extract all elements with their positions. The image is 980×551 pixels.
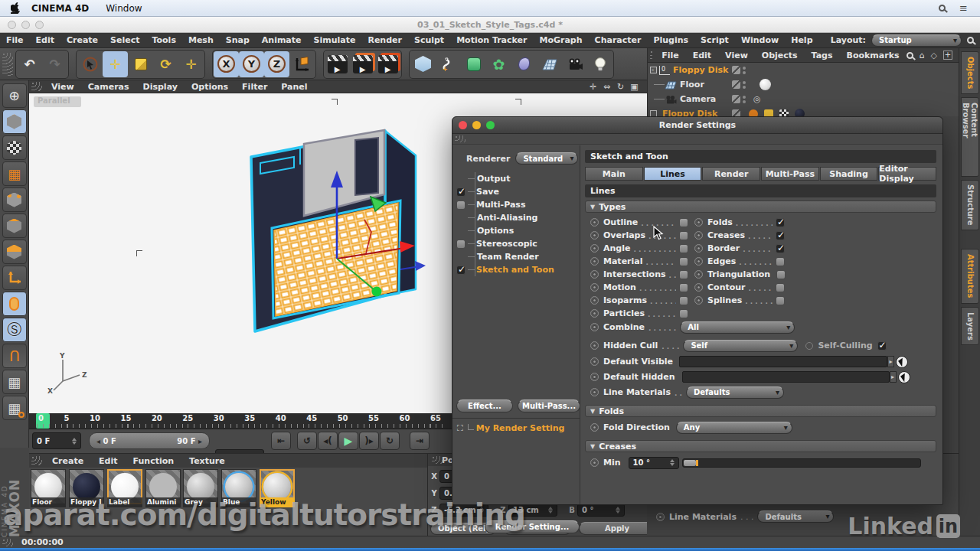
anim-dot[interactable]: [694, 244, 703, 253]
tab-main[interactable]: Main: [585, 167, 643, 181]
attr-line-materials-dropdown[interactable]: Defaults: [757, 510, 834, 523]
multipass-button[interactable]: Multi-Pass...: [518, 399, 580, 412]
floor-environment-button[interactable]: [537, 51, 562, 77]
line-materials-anim-dot[interactable]: [656, 513, 665, 521]
intersections-checkbox[interactable]: [679, 270, 688, 279]
tab-editor-display[interactable]: Editor Display: [878, 167, 936, 181]
tab-lines[interactable]: Lines: [644, 167, 702, 181]
tree-item-output[interactable]: Output: [452, 172, 580, 185]
tag-chip[interactable]: [764, 109, 773, 117]
tree-item-save[interactable]: Save: [452, 185, 580, 198]
floor-texture-tag[interactable]: [760, 79, 771, 90]
subdivision-surface-button[interactable]: [461, 51, 486, 77]
anim-dot[interactable]: [590, 283, 599, 292]
tab-shading[interactable]: Shading: [820, 167, 878, 181]
multipass-enable-checkbox[interactable]: [456, 201, 466, 210]
spotlight-search-icon[interactable]: [939, 5, 946, 11]
anim-dot[interactable]: [590, 323, 599, 331]
workplane-lock-icon[interactable]: ▦: [2, 370, 27, 394]
dialog-close-button[interactable]: [459, 121, 467, 129]
om-menu-view[interactable]: View: [718, 51, 755, 60]
anim-dot[interactable]: [590, 231, 599, 240]
add-cube-button[interactable]: [410, 51, 436, 77]
menu-help[interactable]: Help: [785, 35, 818, 45]
self-culling-anim-dot[interactable]: [805, 342, 813, 350]
tag-chip[interactable]: [749, 109, 758, 117]
vp-menu-view[interactable]: View: [44, 82, 81, 92]
scale-tool[interactable]: [128, 51, 153, 77]
editor-visibility-toggle[interactable]: [732, 66, 740, 74]
expand-toggle[interactable]: [650, 110, 657, 116]
min-angle-slider[interactable]: [682, 458, 921, 468]
render-picture-viewer-button[interactable]: ▶: [350, 51, 375, 77]
menu-snap[interactable]: Snap: [220, 35, 256, 45]
editor-visibility-toggle[interactable]: [732, 80, 740, 89]
tab-render[interactable]: Render: [702, 167, 760, 181]
tree-item-options[interactable]: Options: [452, 224, 580, 237]
mac-app-name[interactable]: CINEMA 4D: [31, 3, 89, 14]
vp-menu-panel[interactable]: Panel: [274, 82, 314, 92]
axis-mode-icon[interactable]: [2, 266, 27, 290]
vp-menu-display[interactable]: Display: [136, 82, 185, 92]
self-culling-checkbox[interactable]: [877, 341, 887, 350]
dialog-minimize-button[interactable]: [472, 121, 481, 129]
om-grip[interactable]: [650, 51, 652, 60]
anim-dot[interactable]: [694, 231, 703, 240]
particles-checkbox[interactable]: [679, 309, 688, 318]
anim-dot[interactable]: [694, 296, 703, 305]
om-add-icon[interactable]: +: [943, 51, 952, 60]
creases-checkbox[interactable]: [776, 231, 785, 240]
tab-multi-pass[interactable]: Multi-Pass: [761, 167, 819, 181]
window-close-button[interactable]: [8, 21, 16, 29]
anim-dot[interactable]: [590, 341, 599, 350]
motion-checkbox[interactable]: [679, 283, 688, 292]
play-backwards-button[interactable]: ↺: [297, 432, 317, 450]
anim-dot[interactable]: [694, 218, 703, 227]
isoparms-checkbox[interactable]: [679, 296, 688, 305]
polygons-mode-icon[interactable]: [2, 240, 27, 264]
edges-checkbox[interactable]: [776, 257, 785, 266]
tab-content-browser[interactable]: Content Browser: [961, 97, 979, 177]
outline-checkbox[interactable]: [679, 218, 688, 227]
workplane-mode-icon[interactable]: ▦: [2, 161, 27, 186]
default-visible-expand[interactable]: ▸: [887, 356, 894, 367]
menu-select[interactable]: Select: [104, 35, 145, 45]
window-minimize-button[interactable]: [21, 21, 30, 29]
tree-item-antialiasing[interactable]: Anti-Aliasing: [452, 211, 580, 224]
deformer-button[interactable]: [511, 51, 537, 77]
visibility-dots[interactable]: [743, 96, 746, 103]
om-menu-file[interactable]: File: [655, 51, 686, 60]
lock-x-axis-button[interactable]: X: [214, 51, 239, 77]
pen-spline-button[interactable]: +: [436, 51, 461, 77]
viewport-maximize-icon[interactable]: ▣: [629, 82, 640, 92]
min-angle-field[interactable]: 10 °: [629, 457, 679, 469]
timeline-ruler[interactable]: 05101520253035404550556065: [29, 413, 452, 429]
redo-button[interactable]: ↷: [42, 51, 67, 77]
apple-logo-icon[interactable]: [11, 2, 21, 14]
magnet-icon[interactable]: U: [2, 344, 27, 368]
texture-mode-icon[interactable]: [2, 135, 27, 160]
object-row-camera[interactable]: Camera ◎: [648, 92, 959, 106]
effect-button[interactable]: Effect...: [456, 399, 513, 412]
sketch-toon-enable-checkbox[interactable]: [456, 266, 466, 275]
menu-motion-tracker[interactable]: Motion Tracker: [450, 35, 533, 45]
dialog-grip[interactable]: [455, 135, 466, 142]
lock-y-axis-button[interactable]: Y: [239, 51, 264, 77]
live-selection-tool[interactable]: [77, 51, 103, 77]
current-frame-field[interactable]: 0 F: [32, 432, 81, 449]
anim-dot[interactable]: [590, 244, 599, 253]
anim-dot[interactable]: [590, 296, 599, 305]
renderer-dropdown[interactable]: Standard: [515, 152, 578, 165]
apply-button[interactable]: Apply: [579, 522, 655, 535]
menu-mograph[interactable]: MoGraph: [533, 35, 588, 45]
vp-menu-options[interactable]: Options: [185, 82, 235, 92]
workplane-interactive-icon[interactable]: ▦: [2, 396, 27, 420]
menu-mesh[interactable]: Mesh: [182, 35, 220, 45]
camera-target-icon[interactable]: ◎: [753, 94, 761, 104]
play-forwards-button[interactable]: ↻: [380, 432, 400, 450]
tab-attributes[interactable]: Attributes: [961, 249, 979, 304]
default-hidden-pick-icon[interactable]: [898, 371, 910, 383]
floppy-disk-model[interactable]: [243, 119, 435, 348]
om-menu-bookmarks[interactable]: Bookmarks: [840, 51, 906, 60]
viewport-rotate-icon[interactable]: ↻: [615, 82, 626, 92]
